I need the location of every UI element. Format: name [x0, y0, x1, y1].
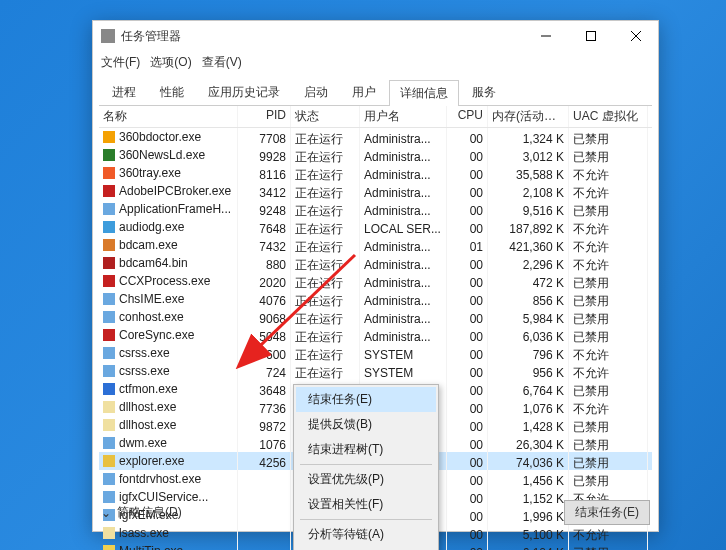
cell-pid: 7736 [238, 398, 291, 416]
title-bar[interactable]: 任务管理器 [93, 21, 658, 51]
cell-pid: 2020 [238, 272, 291, 290]
process-icon [103, 419, 115, 431]
cell-pid [238, 524, 291, 542]
table-row[interactable]: CCXProcess.exe2020正在运行Administra...00472… [99, 272, 652, 290]
cell-mem: 472 K [488, 272, 569, 290]
col-pid[interactable]: PID [238, 106, 291, 127]
menu-item[interactable]: 设置优先级(P) [296, 467, 436, 492]
cell-user: Administra... [360, 254, 447, 272]
cell-pid: 600 [238, 344, 291, 362]
col-name[interactable]: 名称 [99, 106, 238, 127]
tab-2[interactable]: 应用历史记录 [197, 79, 291, 105]
table-row[interactable]: 360NewsLd.exe9928正在运行Administra...003,01… [99, 146, 652, 164]
cell-name: dllhost.exe [119, 416, 176, 434]
cell-name: conhost.exe [119, 308, 184, 326]
process-icon [103, 257, 115, 269]
cell-user: Administra... [360, 290, 447, 308]
table-row[interactable]: 360bdoctor.exe7708正在运行Administra...001,3… [99, 128, 652, 146]
cell-user: LOCAL SER... [360, 218, 447, 236]
window-title: 任务管理器 [121, 28, 523, 45]
table-row[interactable]: bdcam.exe7432正在运行Administra...01421,360 … [99, 236, 652, 254]
process-icon [103, 239, 115, 251]
cell-uac: 不允许 [569, 218, 648, 236]
cell-state: 正在运行 [291, 362, 360, 380]
process-icon [103, 383, 115, 395]
cell-name: explorer.exe [119, 452, 184, 470]
cell-mem: 856 K [488, 290, 569, 308]
menu-item[interactable]: 提供反馈(B) [296, 412, 436, 437]
cell-uac: 已禁用 [569, 200, 648, 218]
cell-pid: 9068 [238, 308, 291, 326]
cell-uac: 已禁用 [569, 470, 648, 488]
task-manager-window: 任务管理器 文件(F) 选项(O) 查看(V) 进程性能应用历史记录启动用户详细… [92, 20, 659, 532]
table-row[interactable]: 360tray.exe8116正在运行Administra...0035,588… [99, 164, 652, 182]
table-row[interactable]: bdcam64.bin880正在运行Administra...002,296 K… [99, 254, 652, 272]
end-task-button[interactable]: 结束任务(E) [564, 500, 650, 525]
tab-6[interactable]: 服务 [461, 79, 507, 105]
tab-0[interactable]: 进程 [101, 79, 147, 105]
cell-cpu: 00 [447, 290, 488, 308]
grid-header[interactable]: 名称 PID 状态 用户名 CPU 内存(活动的... UAC 虚拟化 [99, 106, 652, 128]
cell-uac: 已禁用 [569, 434, 648, 452]
cell-pid: 4256 [238, 452, 291, 470]
cell-state: 正在运行 [291, 200, 360, 218]
tab-3[interactable]: 启动 [293, 79, 339, 105]
cell-user: Administra... [360, 308, 447, 326]
cell-state: 正在运行 [291, 146, 360, 164]
cell-user: Administra... [360, 182, 447, 200]
table-row[interactable]: ChsIME.exe4076正在运行Administra...00856 K已禁… [99, 290, 652, 308]
menu-item[interactable]: 分析等待链(A) [296, 522, 436, 547]
menu-view[interactable]: 查看(V) [202, 54, 242, 71]
table-row[interactable]: audiodg.exe7648正在运行LOCAL SER...00187,892… [99, 218, 652, 236]
col-state[interactable]: 状态 [291, 106, 360, 127]
tab-4[interactable]: 用户 [341, 79, 387, 105]
chevron-down-icon[interactable]: ⌄ [101, 506, 111, 520]
cell-user: Administra... [360, 200, 447, 218]
cell-name: CCXProcess.exe [119, 272, 210, 290]
col-uac[interactable]: UAC 虚拟化 [569, 106, 648, 127]
cell-cpu: 00 [447, 434, 488, 452]
table-row[interactable]: csrss.exe724正在运行SYSTEM00956 K不允许 [99, 362, 652, 380]
tab-1[interactable]: 性能 [149, 79, 195, 105]
minimize-button[interactable] [523, 21, 568, 51]
table-row[interactable]: ApplicationFrameH...9248正在运行Administra..… [99, 200, 652, 218]
cell-uac: 已禁用 [569, 290, 648, 308]
table-row[interactable]: AdobeIPCBroker.exe3412正在运行Administra...0… [99, 182, 652, 200]
cell-cpu: 00 [447, 452, 488, 470]
table-row[interactable]: CoreSync.exe5048正在运行Administra...006,036… [99, 326, 652, 344]
cell-name: ChsIME.exe [119, 290, 184, 308]
process-icon [103, 473, 115, 485]
cell-mem: 956 K [488, 362, 569, 380]
close-button[interactable] [613, 21, 658, 51]
menu-file[interactable]: 文件(F) [101, 54, 140, 71]
brief-info-link[interactable]: 简略信息(D) [117, 504, 182, 521]
menu-item[interactable]: 设置相关性(F) [296, 492, 436, 517]
menu-item[interactable]: 结束进程树(T) [296, 437, 436, 462]
col-cpu[interactable]: CPU [447, 106, 488, 127]
cell-state: 正在运行 [291, 326, 360, 344]
cell-mem: 421,360 K [488, 236, 569, 254]
menu-options[interactable]: 选项(O) [150, 54, 191, 71]
col-mem[interactable]: 内存(活动的... [488, 106, 569, 127]
cell-mem: 1,324 K [488, 128, 569, 146]
table-row[interactable]: csrss.exe600正在运行SYSTEM00796 K不允许 [99, 344, 652, 362]
cell-mem: 6,036 K [488, 326, 569, 344]
cell-pid: 1076 [238, 434, 291, 452]
tab-5[interactable]: 详细信息 [389, 80, 459, 106]
cell-mem: 5,984 K [488, 308, 569, 326]
maximize-button[interactable] [568, 21, 613, 51]
cell-cpu: 00 [447, 200, 488, 218]
cell-name: lsass.exe [119, 524, 169, 542]
col-user[interactable]: 用户名 [360, 106, 447, 127]
cell-uac: 已禁用 [569, 272, 648, 290]
cell-cpu: 00 [447, 326, 488, 344]
tab-strip: 进程性能应用历史记录启动用户详细信息服务 [93, 73, 658, 105]
cell-mem: 6,764 K [488, 380, 569, 398]
menu-item[interactable]: 结束任务(E) [296, 387, 436, 412]
cell-mem: 796 K [488, 344, 569, 362]
process-icon [103, 365, 115, 377]
table-row[interactable]: conhost.exe9068正在运行Administra...005,984 … [99, 308, 652, 326]
cell-pid: 7708 [238, 128, 291, 146]
cell-uac: 已禁用 [569, 416, 648, 434]
process-icon [103, 527, 115, 539]
